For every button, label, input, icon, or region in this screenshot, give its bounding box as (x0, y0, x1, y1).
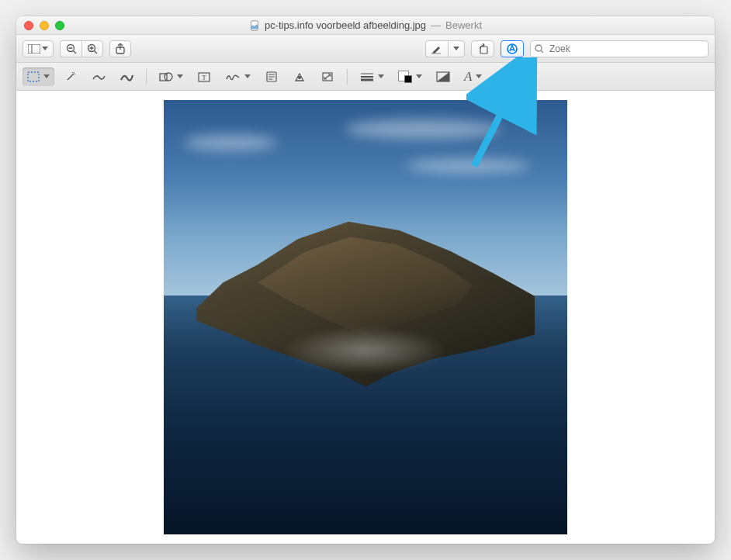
border-color-icon (398, 71, 412, 83)
svg-line-4 (73, 50, 76, 54)
svg-line-7 (95, 50, 98, 54)
document-icon (249, 20, 260, 31)
svg-point-20 (165, 73, 172, 81)
adjust-color-tool[interactable] (288, 67, 311, 86)
rotate-button[interactable] (471, 40, 494, 57)
search-input[interactable] (530, 40, 708, 57)
chevron-down-icon (244, 74, 251, 78)
chevron-down-icon (378, 74, 384, 78)
window-title: pc-tips.info voorbeeld afbeelding.jpg — … (16, 19, 715, 31)
zoom-out-icon (66, 43, 77, 54)
zoom-out-button[interactable] (60, 40, 81, 57)
separator (146, 69, 147, 85)
svg-line-18 (68, 74, 74, 80)
rect-select-icon (27, 71, 40, 82)
note-icon (266, 71, 277, 82)
svg-rect-0 (251, 20, 258, 29)
svg-line-29 (324, 74, 331, 79)
svg-marker-34 (437, 72, 449, 81)
markup-toolbar: T A (16, 63, 715, 91)
rotate-icon (476, 43, 489, 54)
zoom-button[interactable] (55, 21, 64, 30)
chevron-down-icon (43, 74, 50, 78)
markup-button[interactable] (501, 40, 524, 57)
chevron-down-icon (177, 74, 183, 78)
shapes-tool[interactable] (154, 67, 188, 86)
shapes-icon (159, 71, 173, 82)
close-button[interactable] (24, 21, 33, 30)
wand-icon (64, 71, 77, 83)
fill-icon (436, 71, 450, 82)
search-field[interactable] (530, 40, 708, 57)
search-icon (535, 44, 544, 54)
titlebar[interactable]: pc-tips.info voorbeeld afbeelding.jpg — … (16, 16, 715, 35)
chevron-down-icon (416, 74, 422, 78)
share-icon (116, 43, 125, 54)
share-button[interactable] (109, 40, 131, 57)
border-style-tool[interactable] (355, 67, 389, 86)
sketch-tool[interactable] (87, 67, 110, 86)
svg-rect-17 (28, 72, 39, 81)
zoom-in-button[interactable] (81, 40, 103, 57)
signature-icon (225, 71, 241, 82)
filename-label: pc-tips.info voorbeeld afbeelding.jpg (265, 19, 426, 31)
draw-tool[interactable] (115, 67, 138, 86)
highlight-group (425, 40, 465, 57)
svg-point-15 (535, 45, 542, 51)
chevron-down-icon (42, 47, 48, 50)
select-tool[interactable] (23, 67, 54, 86)
sidebar-icon (28, 44, 40, 54)
draw-icon (120, 71, 133, 82)
text-icon: T (198, 71, 210, 82)
svg-rect-13 (480, 47, 487, 54)
svg-point-27 (298, 76, 301, 79)
canvas-area[interactable] (16, 91, 715, 544)
minimize-button[interactable] (40, 21, 49, 30)
image-content[interactable] (164, 100, 567, 534)
adjust-size-tool[interactable] (316, 67, 339, 86)
sidebar-view-button[interactable] (23, 40, 54, 57)
text-tool[interactable]: T (192, 67, 216, 86)
zoom-group (60, 40, 103, 57)
chevron-down-icon (453, 47, 459, 50)
markup-icon (506, 43, 518, 55)
text-style-tool[interactable]: A (459, 67, 487, 86)
sketch-icon (92, 71, 106, 82)
fill-color-tool[interactable] (431, 67, 455, 86)
main-toolbar (16, 35, 715, 63)
border-color-tool[interactable] (393, 67, 427, 86)
note-tool[interactable] (260, 67, 283, 86)
instant-alpha-tool[interactable] (59, 67, 82, 86)
chevron-down-icon (476, 74, 482, 78)
font-style-icon: A (464, 69, 472, 85)
traffic-lights (24, 21, 64, 30)
status-separator: — (431, 19, 441, 31)
lines-icon (360, 72, 374, 81)
svg-line-16 (541, 50, 543, 53)
svg-text:T: T (202, 74, 206, 81)
edited-status-label: Bewerkt (445, 19, 482, 31)
preview-window: pc-tips.info voorbeeld afbeelding.jpg — … (16, 16, 715, 544)
svg-rect-1 (28, 44, 40, 54)
resize-icon (321, 71, 334, 82)
adjust-icon (293, 71, 306, 82)
highlight-button[interactable] (425, 40, 448, 57)
separator (347, 69, 348, 85)
highlight-menu-button[interactable] (448, 40, 465, 57)
highlighter-icon (431, 43, 443, 54)
sign-tool[interactable] (220, 67, 255, 86)
zoom-in-icon (87, 43, 98, 54)
